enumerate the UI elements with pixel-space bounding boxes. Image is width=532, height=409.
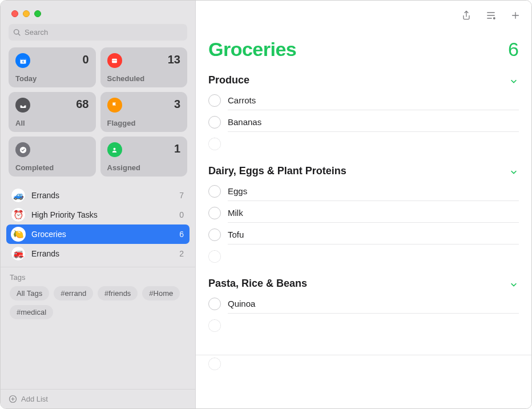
completion-circle-icon[interactable] — [208, 116, 221, 129]
reminder-row[interactable]: Quinoa — [208, 293, 519, 315]
list-row[interactable]: 🚙Errands7 — [6, 186, 190, 205]
list-icon: 🍋 — [11, 227, 26, 242]
svg-rect-6 — [115, 60, 116, 61]
list-count: 6 — [508, 38, 519, 61]
search-container — [1, 24, 195, 47]
list-icon: ⏰ — [11, 207, 26, 222]
section-header[interactable]: Produce — [208, 74, 519, 90]
list-badge-count: 2 — [179, 249, 184, 258]
reminder-title[interactable]: Eggs — [228, 182, 519, 201]
svg-point-7 — [19, 146, 26, 153]
new-item-input[interactable] — [228, 320, 519, 331]
list-badge-count: 7 — [179, 191, 184, 200]
list-badge-count: 6 — [179, 230, 184, 239]
calendar-today-icon: 6 — [15, 53, 30, 68]
reminder-row[interactable]: Milk — [208, 202, 519, 224]
my-lists: 🚙Errands7⏰High Priority Tasks0🍋Groceries… — [1, 185, 195, 267]
maximize-icon[interactable] — [34, 10, 41, 17]
tags-section: Tags All Tags#errand#friends#Home#medica… — [1, 267, 195, 319]
tag-chip[interactable]: All Tags — [10, 286, 49, 300]
completion-circle-icon[interactable] — [208, 207, 221, 219]
list-icon: 🚒 — [11, 246, 26, 261]
reminder-title[interactable]: Carrots — [228, 91, 519, 110]
search-input[interactable] — [25, 28, 183, 37]
new-reminder-circle-icon[interactable] — [208, 358, 221, 370]
reminder-title[interactable]: Quinoa — [228, 294, 519, 314]
chevron-down-icon — [510, 167, 519, 176]
list-icon: 🚙 — [11, 188, 26, 203]
smart-all[interactable]: 68 All — [9, 92, 96, 132]
list-name: Errands — [31, 191, 59, 200]
person-icon — [107, 142, 122, 157]
sidebar: 6 0 Today 13 Scheduled — [1, 1, 196, 408]
list-name: Errands — [31, 249, 59, 258]
section-header[interactable]: Pasta, Rice & Beans — [208, 278, 519, 293]
section: Dairy, Eggs & Plant ProteinsEggsMilkTofu — [208, 165, 519, 267]
list-row[interactable]: ⏰High Priority Tasks0 — [6, 205, 190, 224]
smart-flagged[interactable]: 3 Flagged — [100, 92, 188, 132]
checkmark-circle-icon — [15, 142, 30, 157]
add-list-label: Add List — [21, 395, 48, 403]
list-name: Groceries — [31, 230, 66, 239]
new-item-input[interactable] — [228, 138, 519, 150]
new-item-row[interactable] — [208, 133, 519, 155]
smart-assigned-count: 1 — [174, 142, 180, 155]
new-item-circle-icon[interactable] — [208, 319, 221, 332]
new-item-input[interactable] — [228, 251, 519, 262]
view-options-button[interactable] — [485, 10, 497, 21]
list-options-icon — [485, 10, 497, 21]
smart-scheduled-count: 13 — [168, 53, 180, 66]
tag-chip[interactable]: #medical — [10, 305, 53, 319]
section-items: EggsMilkTofu — [208, 181, 519, 267]
share-button[interactable] — [461, 10, 472, 21]
smart-scheduled-label: Scheduled — [107, 74, 181, 83]
add-list-button[interactable]: Add List — [1, 389, 195, 408]
reminder-row[interactable]: Eggs — [208, 181, 519, 202]
list-content: ProduceCarrotsBananasDairy, Eggs & Plant… — [196, 74, 531, 347]
close-icon[interactable] — [11, 10, 18, 17]
completion-circle-icon[interactable] — [208, 298, 221, 310]
toolbar — [196, 1, 531, 30]
completion-circle-icon[interactable] — [208, 185, 221, 198]
smart-completed[interactable]: Completed — [9, 137, 96, 177]
smart-today-label: Today — [15, 74, 89, 83]
new-reminder-row[interactable] — [196, 355, 531, 378]
minimize-icon[interactable] — [23, 10, 30, 17]
section: ProduceCarrotsBananas — [208, 74, 519, 155]
list-title: Groceries — [208, 38, 296, 61]
new-item-row[interactable] — [208, 315, 519, 336]
new-item-circle-icon[interactable] — [208, 250, 221, 263]
svg-point-10 — [494, 18, 495, 19]
smart-assigned[interactable]: 1 Assigned — [100, 137, 188, 177]
smart-scheduled[interactable]: 13 Scheduled — [100, 47, 188, 87]
tag-chip[interactable]: #Home — [142, 286, 180, 300]
share-icon — [461, 10, 472, 21]
completion-circle-icon[interactable] — [208, 228, 221, 241]
completion-circle-icon[interactable] — [208, 94, 221, 107]
search-field[interactable] — [9, 24, 187, 41]
new-item-row[interactable] — [208, 246, 519, 267]
section-header[interactable]: Dairy, Eggs & Plant Proteins — [208, 165, 519, 181]
reminder-title[interactable]: Bananas — [228, 113, 519, 132]
reminder-title[interactable]: Tofu — [228, 225, 519, 244]
tag-chip[interactable]: #friends — [98, 286, 138, 300]
main-pane: Groceries 6 ProduceCarrotsBananasDairy, … — [196, 1, 531, 408]
tag-chip[interactable]: #errand — [54, 286, 93, 300]
reminder-row[interactable]: Tofu — [208, 224, 519, 246]
section-items: CarrotsBananas — [208, 90, 519, 155]
list-row[interactable]: 🍋Groceries6 — [6, 224, 190, 244]
reminder-title[interactable]: Milk — [228, 203, 519, 223]
chevron-down-icon — [510, 279, 519, 288]
new-item-circle-icon[interactable] — [208, 138, 221, 150]
smart-today[interactable]: 6 0 Today — [9, 47, 96, 87]
list-row[interactable]: 🚒Errands2 — [6, 244, 190, 263]
search-icon — [13, 29, 21, 37]
tray-icon — [15, 98, 30, 113]
svg-rect-4 — [112, 60, 113, 61]
section-items: Quinoa — [208, 293, 519, 336]
reminder-row[interactable]: Carrots — [208, 90, 519, 111]
section-title: Dairy, Eggs & Plant Proteins — [208, 165, 346, 177]
reminder-row[interactable]: Bananas — [208, 111, 519, 133]
new-reminder-button[interactable] — [510, 10, 521, 21]
section-title: Pasta, Rice & Beans — [208, 278, 307, 290]
